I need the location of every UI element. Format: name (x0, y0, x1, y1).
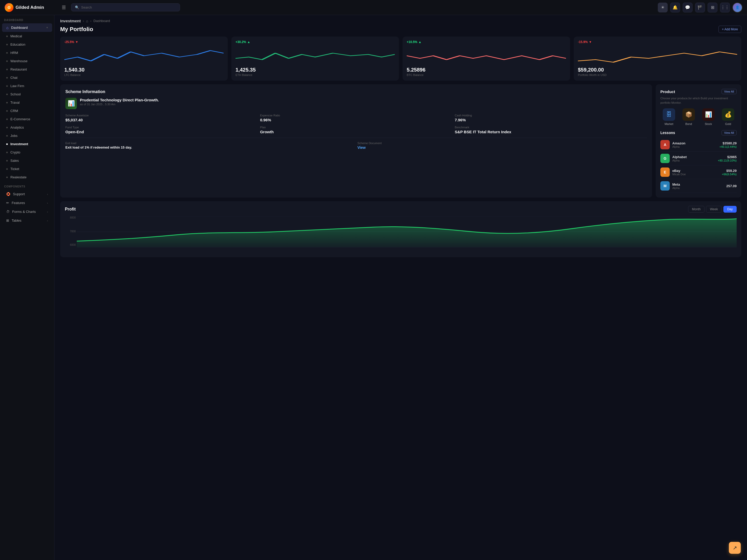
lessons-view-all-button[interactable]: View All (722, 130, 737, 135)
chevron-right-icon: › (47, 202, 48, 205)
sidebar-item-traval[interactable]: Traval (2, 99, 52, 107)
logo-icon: G (5, 3, 14, 12)
scheme-doc-view-link[interactable]: View (357, 145, 366, 150)
lesson-row-ebay[interactable]: E eBay Micak Doe $59.29 +66(6.54%) (660, 165, 737, 179)
lesson-row-amazon[interactable]: A Amazon Alpha $3580.29 +40.1(2.44%) (660, 138, 737, 152)
sidebar-item-analytics[interactable]: Analytics (2, 124, 52, 131)
meta-info: Meta Alpha (672, 183, 724, 189)
scheme-field-plan: Plan Growth (260, 126, 452, 134)
product-description: Choose your produce,for which Build your… (660, 96, 737, 105)
btc-badge: +10.5% ▲ (407, 40, 566, 44)
period-week-button[interactable]: Week (706, 206, 722, 213)
sidebar-item-realestate[interactable]: Realestate (2, 173, 52, 181)
product-view-all-button[interactable]: View All (722, 89, 737, 94)
sidebar-item-lawfirm[interactable]: Law Firm (2, 82, 52, 90)
profit-chart: 8000 7000 6000 (65, 216, 737, 252)
btc-label: BTC Balance (407, 73, 566, 77)
sidebar-item-forms-charts[interactable]: ⏱ Forms & Charts › (2, 207, 52, 216)
ltc-chart (64, 45, 224, 63)
dashboard-section-label: DASHBOARD (0, 15, 54, 23)
product-gold[interactable]: 💰 Gold (720, 108, 737, 126)
portfolio-chart (578, 45, 737, 63)
sidebar-item-dashboard[interactable]: ⌂ Dashboard ▾ (2, 23, 52, 32)
sidebar-item-school[interactable]: School (2, 90, 52, 98)
period-month-button[interactable]: Month (688, 206, 704, 213)
alphabet-price: $2865 +80.11(9.10%) (718, 155, 737, 162)
main-layout: DASHBOARD ⌂ Dashboard ▾ Medical Educatio… (0, 15, 747, 560)
dot-icon (6, 69, 8, 70)
sidebar-item-crypto[interactable]: Crypto (2, 148, 52, 156)
layout-button[interactable]: ⊞ (707, 3, 717, 12)
app-title: Gilded Admin (16, 5, 44, 10)
portfolio-card-eth: +30.2% ▲ 1,425.35 ETH Balance (231, 36, 399, 81)
product-stock[interactable]: 📊 Stock (700, 108, 717, 126)
middle-row: Scheme Information 📊 Prudential Technolo… (54, 84, 747, 201)
product-lessons-panel: Product View All Choose your produce,for… (656, 84, 741, 197)
up-arrow-icon: ▲ (247, 40, 250, 44)
theme-toggle-button[interactable]: ☀ (658, 3, 668, 12)
nav-icons: ☀ 🔔 💬 🏴 ⊞ ⋮⋮ 👤 (658, 3, 742, 12)
bond-icon: 📦 (682, 108, 695, 121)
lessons-header: Lessons View All (660, 130, 737, 135)
sidebar-item-warehouse[interactable]: Warehouse (2, 57, 52, 65)
search-box[interactable]: 🔍 (71, 3, 180, 11)
sidebar-item-support[interactable]: 🛟 Support › (2, 190, 52, 198)
sidebar-item-tables[interactable]: ⊞ Tables › (2, 216, 52, 225)
sidebar-item-sales[interactable]: Sales (2, 157, 52, 165)
fab-icon: ↗ (733, 545, 737, 551)
stock-label: Stock (705, 123, 712, 126)
sidebar: DASHBOARD ⌂ Dashboard ▾ Medical Educatio… (0, 15, 54, 560)
profit-card: Profit Month Week Day 8000 7000 6000 (60, 201, 741, 257)
bond-label: Bond (685, 123, 692, 126)
eth-value: 1,425.35 (235, 67, 395, 73)
sidebar-item-features[interactable]: ✏ Features › (2, 198, 52, 207)
sidebar-item-jobs[interactable]: Jobs (2, 132, 52, 140)
logo-area: G Gilded Admin (5, 3, 56, 12)
eth-label: ETH Balance (235, 73, 395, 77)
scheme-name-row: 📊 Prudential Technology Direct Plan-Grow… (66, 98, 647, 109)
user-avatar[interactable]: 👤 (732, 3, 742, 12)
dot-icon (6, 152, 8, 153)
scheme-information-card: Scheme Information 📊 Prudential Technolo… (60, 84, 652, 197)
sidebar-item-crm[interactable]: CRM (2, 107, 52, 115)
chevron-right-icon: › (47, 210, 48, 213)
lesson-row-meta[interactable]: M Meta Alpha 257.09 (660, 179, 737, 193)
breadcrumb-section: Investment (60, 19, 81, 23)
sidebar-item-education[interactable]: Education (2, 41, 52, 49)
dot-icon (6, 44, 8, 45)
notifications-button[interactable]: 🔔 (670, 3, 680, 12)
market-icon: 🗄 (663, 108, 675, 121)
product-title: Product (660, 89, 675, 94)
scheme-fields-grid: Scheme Assetsize $5,037.40 Expencse Rati… (66, 114, 647, 134)
hamburger-button[interactable]: ☰ (60, 3, 68, 12)
meta-price: 257.09 (726, 184, 737, 188)
search-input[interactable] (81, 5, 176, 9)
language-button[interactable]: 🏴 (695, 3, 705, 12)
dot-icon (6, 60, 8, 62)
fab-button[interactable]: ↗ (729, 542, 741, 554)
meta-avatar: M (660, 181, 670, 191)
sidebar-item-restaurant[interactable]: Restaurant (2, 65, 52, 73)
btc-value: 5.25896 (407, 67, 566, 73)
product-market[interactable]: 🗄 Market (660, 108, 677, 126)
breadcrumb-current: Dashboard (93, 19, 110, 23)
settings-button[interactable]: ⋮⋮ (720, 3, 730, 12)
search-icon: 🔍 (75, 5, 79, 9)
sidebar-item-investment[interactable]: Investment (2, 140, 52, 148)
sidebar-item-ticket[interactable]: Ticket (2, 165, 52, 173)
portfolio-badge: -15.9% ▼ (578, 40, 737, 44)
messages-button[interactable]: 💬 (683, 3, 693, 12)
scheme-name: Prudential Technology Direct Plan-Growth… (80, 98, 159, 102)
scheme-field-assetsize: Scheme Assetsize $5,037.40 (66, 114, 258, 122)
product-bond[interactable]: 📦 Bond (680, 108, 697, 126)
lesson-row-alphabet[interactable]: G Alphabet Alpha $2865 +80.11(9.10%) (660, 152, 737, 165)
eth-chart (235, 45, 395, 63)
sidebar-item-medical[interactable]: Medical (2, 32, 52, 40)
home-icon: ⌂ (6, 25, 8, 30)
sidebar-item-hrm[interactable]: HRM (2, 49, 52, 57)
sidebar-item-chat[interactable]: Chat (2, 74, 52, 82)
amazon-price: $3580.29 +40.1(2.44%) (720, 141, 737, 148)
sidebar-item-ecommerce[interactable]: E-Commerce (2, 115, 52, 123)
add-more-button[interactable]: + Add More (719, 26, 741, 33)
period-day-button[interactable]: Day (723, 206, 737, 213)
